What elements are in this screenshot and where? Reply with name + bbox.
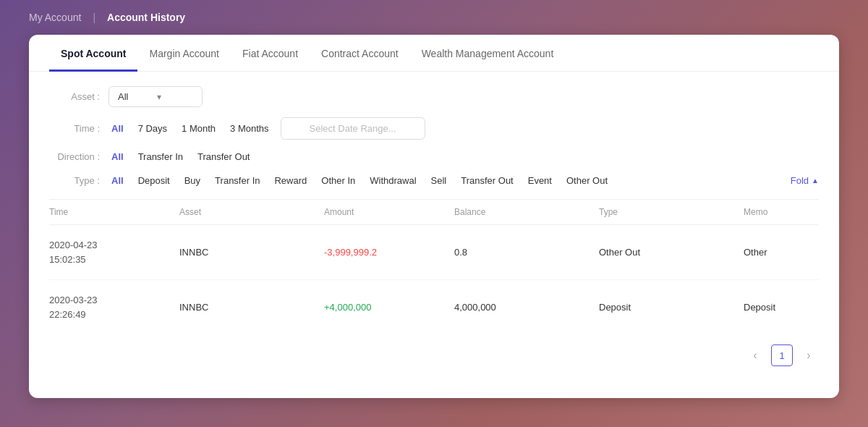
col-balance: Balance bbox=[454, 207, 599, 217]
tab-margin[interactable]: Margin Account bbox=[137, 35, 231, 72]
table-section: Time Asset Amount Balance Type Memo 2020… bbox=[29, 200, 839, 334]
cell-balance-1: 0.8 bbox=[454, 247, 599, 258]
cell-time-2: 2020-03-2322:26:49 bbox=[49, 293, 179, 321]
direction-label: Direction : bbox=[49, 151, 100, 162]
direction-filter-row: Direction : All Transfer In Transfer Out bbox=[49, 150, 819, 164]
date-range-button[interactable]: Select Date Range... bbox=[281, 117, 425, 140]
tab-spot[interactable]: Spot Account bbox=[49, 35, 137, 72]
pagination: ‹ 1 › bbox=[29, 334, 839, 381]
my-account-nav[interactable]: My Account bbox=[29, 12, 81, 23]
table-row: 2020-03-2322:26:49 INNBC +4,000,000 4,00… bbox=[49, 280, 819, 334]
tab-fiat[interactable]: Fiat Account bbox=[231, 35, 310, 72]
chevron-down-icon: ▾ bbox=[157, 92, 161, 102]
time-option-1month[interactable]: 1 Month bbox=[179, 122, 218, 135]
type-option-sell[interactable]: Sell bbox=[428, 174, 450, 187]
asset-label: Asset : bbox=[49, 91, 100, 102]
type-filter-row: Type : All Deposit Buy Transfer In Rewar… bbox=[49, 174, 819, 187]
fold-button[interactable]: Fold ▲ bbox=[791, 175, 819, 186]
type-option-all[interactable]: All bbox=[109, 174, 127, 187]
prev-page-button[interactable]: ‹ bbox=[745, 345, 765, 365]
direction-option-transfer-in[interactable]: Transfer In bbox=[135, 150, 186, 164]
time-filter-row: Time : All 7 Days 1 Month 3 Months Selec… bbox=[49, 117, 819, 140]
type-option-other-in[interactable]: Other In bbox=[318, 174, 358, 187]
nav-divider: | bbox=[93, 12, 95, 23]
asset-value: All bbox=[118, 91, 128, 102]
cell-asset-2: INNBC bbox=[179, 302, 324, 313]
cell-memo-2: Deposit bbox=[744, 302, 819, 313]
asset-dropdown[interactable]: All ▾ bbox=[109, 86, 203, 107]
fold-label: Fold bbox=[791, 175, 809, 186]
cell-type-2: Deposit bbox=[599, 302, 744, 313]
type-option-other-out[interactable]: Other Out bbox=[563, 174, 610, 187]
direction-option-transfer-out[interactable]: Transfer Out bbox=[195, 150, 252, 164]
time-label: Time : bbox=[49, 123, 100, 134]
tab-contract[interactable]: Contract Account bbox=[310, 35, 410, 72]
arrow-up-icon: ▲ bbox=[812, 177, 819, 185]
time-option-3months[interactable]: 3 Months bbox=[227, 122, 271, 135]
type-option-reward[interactable]: Reward bbox=[271, 174, 310, 187]
page-1-button[interactable]: 1 bbox=[771, 344, 793, 366]
cell-memo-1: Other bbox=[744, 247, 819, 258]
type-label: Type : bbox=[49, 175, 100, 186]
cell-time-1: 2020-04-2315:02:35 bbox=[49, 238, 179, 266]
asset-filter-row: Asset : All ▾ bbox=[49, 86, 819, 107]
col-type: Type bbox=[599, 207, 744, 217]
filters-section: Asset : All ▾ Time : All 7 Days 1 Month … bbox=[29, 72, 839, 199]
cell-asset-1: INNBC bbox=[179, 247, 324, 258]
col-asset: Asset bbox=[179, 207, 324, 217]
type-option-deposit[interactable]: Deposit bbox=[135, 174, 173, 187]
account-history-nav: Account History bbox=[107, 12, 185, 23]
tab-wealth[interactable]: Wealth Management Account bbox=[410, 35, 566, 72]
table-header: Time Asset Amount Balance Type Memo bbox=[49, 200, 819, 225]
cell-amount-2: +4,000,000 bbox=[324, 302, 454, 313]
time-option-7days[interactable]: 7 Days bbox=[135, 122, 170, 135]
type-option-transfer-in[interactable]: Transfer In bbox=[212, 174, 263, 187]
type-option-withdrawal[interactable]: Withdrawal bbox=[367, 174, 419, 187]
time-option-all[interactable]: All bbox=[109, 122, 127, 135]
type-option-transfer-out[interactable]: Transfer Out bbox=[458, 174, 516, 187]
top-nav: My Account | Account History bbox=[0, 0, 868, 35]
type-option-buy[interactable]: Buy bbox=[182, 174, 203, 187]
table-row: 2020-04-2315:02:35 INNBC -3,999,999.2 0.… bbox=[49, 225, 819, 280]
type-option-event[interactable]: Event bbox=[525, 174, 555, 187]
direction-option-all[interactable]: All bbox=[109, 150, 127, 164]
next-page-button[interactable]: › bbox=[799, 345, 819, 365]
col-time: Time bbox=[49, 207, 179, 217]
cell-balance-2: 4,000,000 bbox=[454, 302, 599, 313]
cell-type-1: Other Out bbox=[599, 247, 744, 258]
main-card: Spot Account Margin Account Fiat Account… bbox=[29, 35, 839, 398]
cell-amount-1: -3,999,999.2 bbox=[324, 247, 454, 258]
col-memo: Memo bbox=[744, 207, 819, 217]
col-amount: Amount bbox=[324, 207, 454, 217]
account-tabs: Spot Account Margin Account Fiat Account… bbox=[29, 35, 839, 72]
